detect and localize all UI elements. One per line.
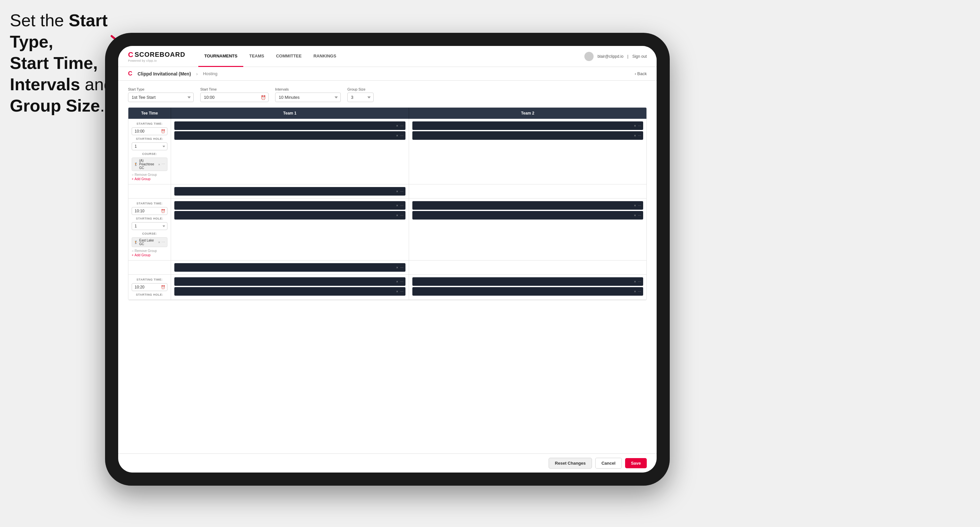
player-x-1-1[interactable]: × bbox=[396, 124, 398, 128]
nav-right: blair@clippd.io | Sign out bbox=[584, 52, 647, 61]
avatar bbox=[584, 52, 593, 61]
nav-links: TOURNAMENTS TEAMS COMMITTEE RANKINGS bbox=[198, 46, 584, 67]
starting-time-input-wrap-2: ⏰ bbox=[132, 207, 167, 215]
group-2-team1: × ⋯ × ⋯ bbox=[171, 198, 409, 260]
starting-time-label-3: STARTING TIME: bbox=[132, 278, 167, 281]
player-dots-2-3[interactable]: ⋯ bbox=[638, 204, 641, 207]
start-time-input[interactable] bbox=[200, 92, 269, 102]
player-x-3-3[interactable]: × bbox=[634, 280, 636, 284]
player-x-3-2[interactable]: × bbox=[396, 290, 398, 294]
player-dots-1-4[interactable]: ⋯ bbox=[638, 134, 641, 138]
course-label-1: COURSE: bbox=[132, 152, 167, 156]
player-dots-1-1[interactable]: ⋯ bbox=[400, 124, 404, 128]
nav-rankings[interactable]: RANKINGS bbox=[308, 46, 342, 67]
group-2b: × ⋯ bbox=[128, 260, 646, 275]
sign-out-link[interactable]: Sign out bbox=[632, 54, 647, 59]
settings-row: Start Type 1st Tee Start Start Time ⏰ In… bbox=[128, 87, 647, 102]
start-type-select[interactable]: 1st Tee Start bbox=[128, 92, 194, 102]
reset-button[interactable]: Reset Changes bbox=[549, 458, 592, 468]
col-team1: Team 1 bbox=[171, 108, 409, 119]
group-1-left: STARTING TIME: ⏰ STARTING HOLE: 1 COURSE… bbox=[128, 119, 171, 184]
starting-hole-select-2[interactable]: 1 bbox=[132, 222, 167, 230]
back-button[interactable]: ‹ Back bbox=[635, 71, 647, 76]
player-dots-1-3[interactable]: ⋯ bbox=[638, 124, 641, 128]
start-type-label: Start Type bbox=[128, 87, 194, 91]
start-time-label: Start Time bbox=[200, 87, 269, 91]
player-row-2-1: × ⋯ bbox=[174, 201, 406, 210]
player-dots-2b-1[interactable]: ⋯ bbox=[400, 266, 404, 270]
player-x-1b-1[interactable]: × bbox=[396, 190, 398, 193]
player-x-1-3[interactable]: × bbox=[634, 124, 636, 128]
nav-committee[interactable]: COMMITTEE bbox=[270, 46, 308, 67]
save-button[interactable]: Save bbox=[625, 458, 647, 468]
add-group-2[interactable]: + Add Group bbox=[132, 253, 167, 257]
player-row-2-2: × ⋯ bbox=[174, 211, 406, 219]
player-row-3-3: × ⋯ bbox=[412, 277, 643, 286]
player-dots-1b-1[interactable]: ⋯ bbox=[400, 190, 404, 193]
course-dots-1[interactable]: ⋯ bbox=[162, 162, 165, 167]
course-remove-2[interactable]: × bbox=[158, 240, 160, 244]
player-row-2-4: × ⋯ bbox=[412, 211, 643, 219]
starting-hole-wrap-1: 1 bbox=[132, 143, 167, 150]
player-dots-3-1[interactable]: ⋯ bbox=[400, 280, 404, 284]
group-2b-team1: × ⋯ bbox=[171, 260, 409, 274]
tablet-screen: C SCOREBOARD Powered by clipp.io TOURNAM… bbox=[118, 46, 657, 473]
player-x-3-4[interactable]: × bbox=[634, 290, 636, 294]
group-row-3: STARTING TIME: ⏰ STARTING HOLE: × ⋯ bbox=[128, 275, 646, 300]
player-x-2-4[interactable]: × bbox=[634, 214, 636, 217]
clock-icon-2: ⏰ bbox=[161, 209, 165, 213]
starting-time-label-2: STARTING TIME: bbox=[132, 202, 167, 205]
schedule-table: Tee Time Team 1 Team 2 STARTING TIME: ⏰ … bbox=[128, 107, 647, 300]
player-x-2-1[interactable]: × bbox=[396, 204, 398, 207]
starting-time-input-wrap-3: ⏰ bbox=[132, 283, 167, 291]
player-dots-3-2[interactable]: ⋯ bbox=[400, 290, 404, 294]
clock-icon: ⏰ bbox=[261, 95, 266, 100]
group-1b: × ⋯ bbox=[128, 184, 646, 198]
nav-tournaments[interactable]: TOURNAMENTS bbox=[198, 46, 243, 67]
player-x-2-2[interactable]: × bbox=[396, 214, 398, 217]
group-1-teams: × ⋯ × ⋯ × ⋯ bbox=[171, 119, 646, 184]
player-x-3-1[interactable]: × bbox=[396, 280, 398, 284]
starting-hole-label-2: STARTING HOLE: bbox=[132, 217, 167, 220]
remove-group-1[interactable]: ○ Remove Group bbox=[132, 173, 167, 176]
player-dots-1-2[interactable]: ⋯ bbox=[400, 134, 404, 138]
player-row-1-4: × ⋯ bbox=[412, 131, 643, 140]
course-name-2: East Lake GC bbox=[139, 238, 157, 246]
starting-hole-wrap-2: 1 bbox=[132, 222, 167, 230]
course-dots-2[interactable]: ⋯ bbox=[162, 240, 165, 244]
group-2-team2: × ⋯ × ⋯ bbox=[409, 198, 647, 260]
clock-icon-3: ⏰ bbox=[161, 285, 165, 289]
cancel-button[interactable]: Cancel bbox=[595, 458, 622, 468]
course-remove-1[interactable]: × bbox=[158, 162, 160, 167]
player-dots-2-1[interactable]: ⋯ bbox=[400, 204, 404, 207]
add-group-1[interactable]: + Add Group bbox=[132, 177, 167, 181]
player-dots-3-3[interactable]: ⋯ bbox=[638, 280, 641, 284]
sub-nav-sep: › bbox=[196, 71, 198, 76]
nav-teams[interactable]: TEAMS bbox=[243, 46, 270, 67]
logo: C SCOREBOARD Powered by clipp.io bbox=[128, 51, 185, 62]
player-x-2-3[interactable]: × bbox=[634, 204, 636, 207]
player-dots-3-4[interactable]: ⋯ bbox=[638, 290, 641, 294]
player-row-3-2: × ⋯ bbox=[174, 287, 406, 296]
player-x-1-2[interactable]: × bbox=[396, 134, 398, 138]
group-3-left: STARTING TIME: ⏰ STARTING HOLE: bbox=[128, 275, 171, 300]
player-row-2b-1: × ⋯ bbox=[174, 263, 406, 272]
tablet-frame: C SCOREBOARD Powered by clipp.io TOURNAM… bbox=[105, 33, 670, 486]
group-2b-teams: × ⋯ bbox=[171, 260, 646, 274]
group-2-teams: × ⋯ × ⋯ × ⋯ bbox=[171, 198, 646, 260]
start-type-group: Start Type 1st Tee Start bbox=[128, 87, 194, 102]
intervals-select[interactable]: 10 Minutes bbox=[275, 92, 341, 102]
starting-time-label-1: STARTING TIME: bbox=[132, 122, 167, 125]
remove-group-2[interactable]: ○ Remove Group bbox=[132, 249, 167, 253]
main-content: Start Type 1st Tee Start Start Time ⏰ In… bbox=[118, 81, 657, 454]
sub-logo: C bbox=[128, 70, 132, 77]
player-row-3-4: × ⋯ bbox=[412, 287, 643, 296]
player-row-2-3: × ⋯ bbox=[412, 201, 643, 210]
group-size-select[interactable]: 3 bbox=[347, 92, 374, 102]
player-x-1-4[interactable]: × bbox=[634, 134, 636, 138]
starting-hole-select-1[interactable]: 1 bbox=[132, 143, 167, 150]
starting-time-input-wrap-1: ⏰ bbox=[132, 127, 167, 135]
player-dots-2-4[interactable]: ⋯ bbox=[638, 214, 641, 217]
player-x-2b-1[interactable]: × bbox=[396, 266, 398, 270]
player-dots-2-2[interactable]: ⋯ bbox=[400, 214, 404, 217]
